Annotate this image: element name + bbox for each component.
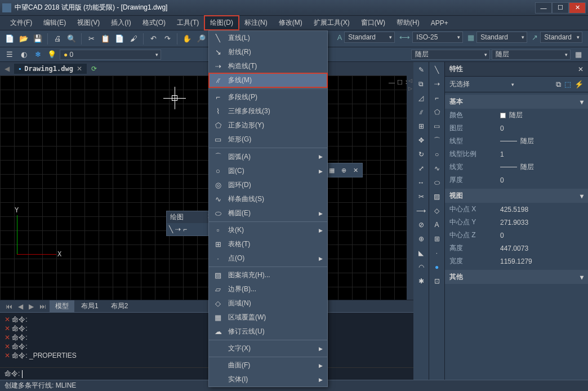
- menu-item[interactable]: 曲面(F)▶: [209, 358, 327, 372]
- layout-nav-next[interactable]: ▶: [26, 303, 36, 310]
- color-combo[interactable]: 随层: [411, 50, 490, 60]
- menu-item[interactable]: ⬭椭圆(E)▶: [209, 206, 327, 220]
- offset-icon[interactable]: ⫽: [416, 106, 427, 118]
- menu-item[interactable]: ▱边界(B)...: [209, 282, 327, 296]
- menu-6[interactable]: 绘图(D): [204, 16, 239, 30]
- prop-row[interactable]: 线型比例1: [445, 148, 588, 161]
- quick-select-icon[interactable]: ⧉: [556, 80, 561, 89]
- layout-tab[interactable]: 模型: [50, 300, 74, 312]
- fillet-icon[interactable]: ◠: [416, 261, 427, 273]
- menu-item[interactable]: ⇢构造线(T): [209, 59, 327, 73]
- vcircle-icon[interactable]: ○: [431, 149, 443, 160]
- prop-row[interactable]: 颜色随层: [445, 109, 588, 122]
- erase-icon[interactable]: ✎: [416, 64, 427, 75]
- vtable-icon[interactable]: ⊞: [431, 233, 443, 245]
- menu-5[interactable]: 工具(T): [171, 16, 204, 30]
- layer-lock-icon[interactable]: 💡: [46, 48, 58, 61]
- pan-icon[interactable]: ✋: [181, 33, 193, 45]
- menu-item[interactable]: ▭矩形(G): [209, 132, 327, 146]
- menu-4[interactable]: 格式(O): [137, 16, 171, 30]
- pick-icon[interactable]: ⬚: [564, 80, 571, 89]
- varc-icon[interactable]: ⌒: [431, 135, 443, 146]
- menu-8[interactable]: 修改(M): [273, 16, 308, 30]
- menu-item[interactable]: ∿样条曲线(S): [209, 192, 327, 206]
- menu-3[interactable]: 插入(I): [105, 16, 136, 30]
- mt6-icon[interactable]: ▦: [327, 165, 337, 175]
- line-tool-icon[interactable]: ╲: [169, 225, 173, 233]
- menu-2[interactable]: 视图(V): [72, 16, 105, 30]
- mleader-style-combo[interactable]: Standard: [540, 32, 582, 43]
- prop-row[interactable]: 线型随层: [445, 135, 588, 148]
- properties-close-icon[interactable]: ✕: [578, 65, 583, 73]
- document-tab[interactable]: ▪ Drawing1.dwg ✕: [14, 64, 87, 74]
- rotate-icon[interactable]: ↻: [416, 149, 427, 160]
- vhatch-icon[interactable]: ▨: [431, 191, 443, 202]
- copy-icon[interactable]: 📋: [99, 33, 112, 45]
- layer-manager-icon[interactable]: ☰: [3, 48, 16, 61]
- vspline-icon[interactable]: ∿: [431, 163, 443, 174]
- zoom-icon[interactable]: 🔎: [195, 33, 207, 45]
- menu-10[interactable]: 窗口(W): [355, 16, 391, 30]
- extend-icon[interactable]: ⟶: [416, 205, 427, 216]
- dim-style-combo[interactable]: ISO-25: [412, 32, 463, 43]
- menu-item[interactable]: ⫽多线(M): [209, 73, 327, 87]
- join-icon[interactable]: ⊕: [416, 233, 427, 245]
- drawing-canvas[interactable]: Y X —☐✕ 绘图✕ ╲ ⇢ ⌐ ⊞ ◫ ⊡ ∷ ⊠ ▦ ⊕ ✕: [0, 75, 413, 300]
- prop-row[interactable]: 中心点 Y271.9033: [445, 216, 588, 229]
- copy2-icon[interactable]: ⧉: [416, 78, 427, 90]
- command-line[interactable]: 命令:: [0, 367, 413, 380]
- scale-icon[interactable]: ⤢: [416, 163, 427, 174]
- menu-1[interactable]: 编辑(E): [38, 16, 72, 30]
- mt7-icon[interactable]: ⊕: [338, 165, 349, 175]
- prop-row[interactable]: 中心点 Z0: [445, 229, 588, 242]
- prop-row[interactable]: 宽度1159.1279: [445, 255, 588, 268]
- layer-extra-icon[interactable]: ▦: [572, 48, 585, 61]
- menu-item[interactable]: ▫块(K)▶: [209, 223, 327, 237]
- menu-0[interactable]: 文件(F): [5, 16, 38, 30]
- open-icon[interactable]: 📂: [17, 33, 30, 45]
- linetype-combo[interactable]: 随层: [492, 50, 571, 60]
- flash-icon[interactable]: ⚡: [574, 80, 583, 89]
- layout-tab[interactable]: 布局2: [105, 300, 134, 312]
- layout-nav-prev[interactable]: ◀: [16, 303, 25, 310]
- menu-item[interactable]: ☁修订云线(U): [209, 325, 327, 339]
- table-style-combo[interactable]: Standard: [476, 32, 527, 43]
- move-icon[interactable]: ✥: [416, 135, 427, 146]
- vpoly-icon[interactable]: ⬠: [431, 106, 443, 118]
- redo-icon[interactable]: ↷: [161, 33, 173, 45]
- menu-item[interactable]: ╲直线(L): [209, 31, 327, 45]
- menu-11[interactable]: 帮助(H): [391, 16, 425, 30]
- prop-section[interactable]: 其他▾: [445, 270, 588, 284]
- mt-close-icon[interactable]: ✕: [350, 165, 360, 175]
- menu-item[interactable]: ⬠正多边形(Y): [209, 118, 327, 132]
- menu-item[interactable]: ⌐多段线(P): [209, 90, 327, 104]
- layer-freeze-icon[interactable]: ❄: [32, 48, 44, 61]
- new-icon[interactable]: 📄: [3, 33, 16, 45]
- menu-item[interactable]: ↘射线(R): [209, 45, 327, 59]
- prop-section[interactable]: 基本▾: [445, 95, 588, 109]
- chamfer-icon[interactable]: ◣: [416, 247, 427, 259]
- menu-item[interactable]: ·点(O)▶: [209, 251, 327, 265]
- menu-item[interactable]: ▨图案填充(H)...: [209, 268, 327, 282]
- match-icon[interactable]: 🖌: [127, 33, 140, 45]
- right-grip[interactable]: ◁▷: [407, 75, 413, 300]
- menu-item[interactable]: ⊞表格(T): [209, 237, 327, 251]
- vregion-icon[interactable]: ◇: [431, 205, 443, 216]
- layout-tab[interactable]: 布局1: [75, 300, 104, 312]
- vgradient-icon[interactable]: ●: [431, 261, 443, 273]
- prop-row[interactable]: 图层0: [445, 122, 588, 135]
- vrect-icon[interactable]: ▭: [431, 121, 443, 132]
- tab-nav-left[interactable]: ◀: [5, 65, 10, 73]
- layer-combo[interactable]: ● 0: [60, 50, 161, 60]
- explode-icon[interactable]: ✱: [416, 276, 427, 287]
- print-icon[interactable]: 🖨: [51, 33, 64, 45]
- menu-item[interactable]: ⌒圆弧(A)▶: [209, 149, 327, 164]
- menu-item[interactable]: 文字(X)▶: [209, 341, 327, 356]
- cut-icon[interactable]: ✂: [85, 33, 97, 45]
- paste-icon[interactable]: 📄: [113, 33, 126, 45]
- menu-9[interactable]: 扩展工具(X): [308, 16, 355, 30]
- menu-item[interactable]: 实体(I)▶: [209, 372, 327, 386]
- xline-tool-icon[interactable]: ⇢: [175, 225, 181, 233]
- menu-item[interactable]: ⌇三维多段线(3): [209, 104, 327, 118]
- mirror-icon[interactable]: ◿: [416, 92, 427, 104]
